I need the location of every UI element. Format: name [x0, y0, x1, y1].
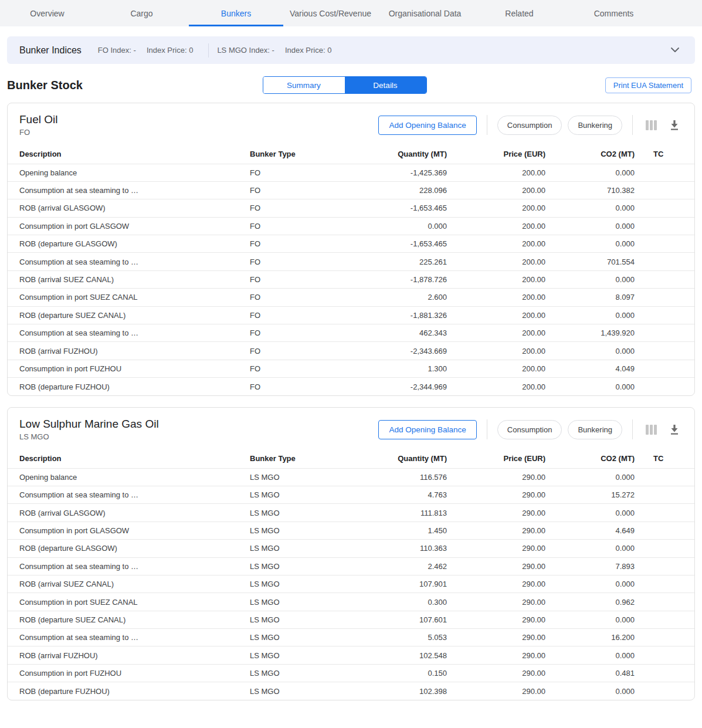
cell-quantity: -2,343.669: [388, 342, 447, 360]
cell-co2: 7.893: [545, 557, 635, 575]
cell-description: Consumption at sea steaming to …: [8, 629, 250, 646]
cell-tc: [635, 557, 694, 575]
cell-bunker-type: FO: [250, 199, 388, 217]
cell-price: 200.00: [447, 289, 545, 306]
cell-description: Consumption at sea steaming to …: [8, 557, 250, 575]
tab-organisational-data[interactable]: Organisational Data: [378, 0, 472, 26]
cell-price: 290.00: [447, 646, 545, 664]
cell-bunker-type: LS MGO: [250, 486, 388, 503]
cell-bunker-type: FO: [250, 342, 388, 360]
cell-quantity: 228.096: [388, 181, 447, 199]
cell-bunker-type: LS MGO: [250, 629, 388, 646]
cell-bunker-type: FO: [250, 217, 388, 235]
cell-tc: [635, 235, 694, 253]
table-row: Consumption in port SUEZ CANALFO2.600200…: [8, 289, 694, 306]
cell-tc: [635, 342, 694, 360]
column-header: CO2 (MT): [545, 449, 635, 468]
cell-bunker-type: FO: [250, 289, 388, 306]
cell-co2: 15.272: [545, 486, 635, 503]
consumption-button[interactable]: Consumption: [497, 420, 562, 439]
cell-bunker-type: FO: [250, 164, 388, 181]
cell-quantity: -2,344.969: [388, 378, 447, 395]
bunkering-button[interactable]: Bunkering: [568, 116, 622, 135]
summary-toggle-button[interactable]: Summary: [263, 77, 345, 93]
cell-co2: 710.382: [545, 181, 635, 199]
cell-price: 200.00: [447, 324, 545, 342]
cell-description: ROB (arrival SUEZ CANAL): [8, 575, 250, 592]
indices-divider: [208, 43, 209, 57]
tab-comments[interactable]: Comments: [567, 0, 661, 26]
icons-divider: [632, 419, 633, 439]
cell-price: 290.00: [447, 629, 545, 646]
column-header: Bunker Type: [250, 449, 388, 468]
cell-price: 200.00: [447, 217, 545, 235]
cell-co2: 4.649: [545, 522, 635, 539]
cell-bunker-type: FO: [250, 253, 388, 270]
cell-co2: 0.000: [545, 306, 635, 324]
cell-bunker-type: LS MGO: [250, 682, 388, 700]
cell-description: ROB (arrival SUEZ CANAL): [8, 270, 250, 288]
tab-bunkers[interactable]: Bunkers: [189, 0, 283, 26]
cell-bunker-type: LS MGO: [250, 611, 388, 628]
download-icon: [670, 120, 679, 131]
bunker-indices-bar: Bunker Indices FO Index: - Index Price: …: [7, 36, 695, 64]
table-row: ROB (departure SUEZ CANAL)FO-1,881.32620…: [8, 306, 694, 324]
table-body: Opening balanceFO-1,425.369200.000.000Co…: [8, 164, 694, 395]
cell-description: ROB (departure SUEZ CANAL): [8, 306, 250, 324]
cell-co2: 0.962: [545, 593, 635, 611]
cell-description: Consumption at sea steaming to …: [8, 181, 250, 199]
tab-related[interactable]: Related: [472, 0, 567, 26]
tab-overview[interactable]: Overview: [0, 0, 94, 26]
add-opening-balance-button[interactable]: Add Opening Balance: [378, 116, 476, 135]
cell-tc: [635, 253, 694, 270]
bunker-table: DescriptionBunker TypeQuantity (MT)Price…: [8, 145, 694, 395]
tab-various-cost-revenue[interactable]: Various Cost/Revenue: [283, 0, 378, 26]
cell-price: 290.00: [447, 682, 545, 700]
column-settings-button[interactable]: [643, 117, 659, 133]
columns-icon: [646, 120, 657, 130]
cell-co2: 8.097: [545, 289, 635, 306]
download-button[interactable]: [666, 421, 683, 438]
cell-bunker-type: LS MGO: [250, 540, 388, 557]
details-toggle-button[interactable]: Details: [345, 77, 426, 93]
cell-description: ROB (arrival FUZHOU): [8, 646, 250, 664]
cell-price: 200.00: [447, 342, 545, 360]
cell-price: 200.00: [447, 253, 545, 270]
consumption-button[interactable]: Consumption: [497, 116, 562, 135]
expand-indices-button[interactable]: [668, 43, 682, 57]
bunker-stock-header: Bunker Stock Summary Details Print EUA S…: [7, 76, 691, 94]
column-header: Description: [8, 449, 250, 468]
cell-price: 290.00: [447, 593, 545, 611]
cell-description: ROB (departure FUZHOU): [8, 378, 250, 395]
cell-quantity: 116.576: [388, 468, 447, 486]
download-icon: [670, 424, 679, 435]
cell-tc: [635, 360, 694, 377]
cell-tc: [635, 306, 694, 324]
cell-tc: [635, 289, 694, 306]
cell-price: 200.00: [447, 306, 545, 324]
cell-quantity: 111.813: [388, 504, 447, 522]
cell-co2: 0.000: [545, 540, 635, 557]
download-button[interactable]: [666, 117, 683, 133]
cell-tc: [635, 468, 694, 486]
cell-description: ROB (departure FUZHOU): [8, 682, 250, 700]
cell-tc: [635, 378, 694, 395]
table-row: Consumption in port GLASGOWFO0.000200.00…: [8, 217, 694, 235]
cell-co2: 0.000: [545, 468, 635, 486]
cell-tc: [635, 486, 694, 503]
cell-price: 290.00: [447, 504, 545, 522]
cell-co2: 4.049: [545, 360, 635, 377]
cell-quantity: -1,653.465: [388, 235, 447, 253]
bunkering-button[interactable]: Bunkering: [568, 420, 622, 439]
cell-bunker-type: FO: [250, 306, 388, 324]
cell-quantity: 0.150: [388, 664, 447, 682]
cell-bunker-type: FO: [250, 235, 388, 253]
add-opening-balance-button[interactable]: Add Opening Balance: [378, 420, 476, 439]
print-eua-statement-button[interactable]: Print EUA Statement: [605, 77, 691, 93]
column-settings-button[interactable]: [643, 421, 659, 438]
table-row: Consumption in port SUEZ CANALLS MGO0.30…: [8, 593, 694, 611]
cell-bunker-type: LS MGO: [250, 575, 388, 592]
tab-cargo[interactable]: Cargo: [94, 0, 189, 26]
column-header: Bunker Type: [250, 145, 388, 164]
column-header: Quantity (MT): [388, 449, 447, 468]
